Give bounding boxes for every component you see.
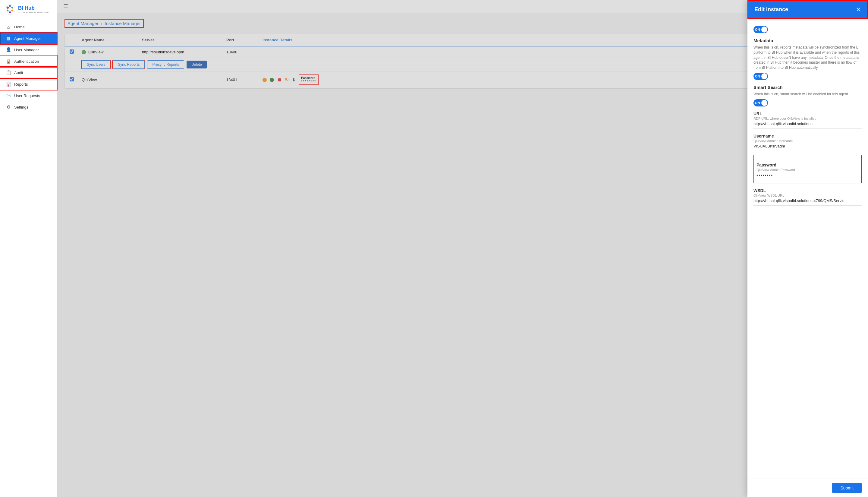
table-header: Agent Name Server Port Instance Details (65, 34, 860, 46)
metadata-section: Metadata When this is on, reports metada… (753, 38, 862, 80)
url-label: URL (753, 111, 862, 116)
url-value: http://vbi-sol-qlik.visualbi.solutions (753, 122, 862, 129)
edit-panel-header: Edit Instance ✕ (748, 0, 868, 19)
smart-search-section: Smart Search When this is on, smart sear… (753, 85, 862, 106)
sidebar-item-user-manager[interactable]: 👤 User Manager (0, 44, 57, 56)
wsdl-label: WSDL (753, 188, 862, 193)
top-bar: ☰ (57, 0, 868, 13)
logo-text: BI Hub YOUR BI SEARCH ENGINE (18, 5, 48, 14)
sidebar-item-home[interactable]: ⌂ Home (0, 22, 57, 32)
row1-checkbox[interactable] (70, 49, 74, 54)
agent-manager-icon: ▦ (6, 36, 11, 41)
username-label: Username (753, 133, 862, 139)
sidebar-item-reports[interactable]: 📊 Reports (0, 79, 57, 90)
table-row-2: QlikView 13401 ⏹ ↻ ⬇ Password ******** (65, 71, 860, 88)
password-section: Password QlikView Admin Password •••••••… (753, 155, 862, 183)
sync-reports-button[interactable]: Sync Reports (113, 60, 145, 69)
metadata-toggle[interactable]: ON (753, 73, 768, 80)
content-area: Agent Manager › Instance Manager Agent N… (57, 13, 868, 497)
presync-reports-button[interactable]: Presync Reports (147, 60, 184, 69)
url-field: URL RDP URL, where your QlikView is inst… (753, 111, 862, 129)
breadcrumb-parent[interactable]: Agent Manager (68, 21, 99, 26)
smart-search-toggle[interactable]: ON (753, 99, 768, 106)
sidebar: BI Hub YOUR BI SEARCH ENGINE ⌂ Home ▦ Ag… (0, 0, 57, 497)
top-toggle-wrap: ON (753, 26, 862, 33)
settings-icon: ⚙ (6, 104, 11, 110)
metadata-toggle-wrap: ON (753, 73, 862, 80)
status-darkgreen-dot (270, 78, 274, 82)
delete-button[interactable]: Delete (187, 61, 207, 69)
hamburger-icon[interactable]: ☰ (63, 3, 68, 10)
user-manager-icon: 👤 (6, 47, 11, 53)
smart-search-desc: When this is on, smart search will be en… (753, 92, 862, 97)
breadcrumb: Agent Manager › Instance Manager (64, 19, 144, 28)
logo: BI Hub YOUR BI SEARCH ENGINE (0, 0, 57, 19)
wsdl-sublabel: QlikView WSDL URL (753, 194, 862, 197)
user-requests-icon: 📨 (6, 93, 11, 98)
status-dot-green (82, 50, 86, 54)
metadata-title: Metadata (753, 38, 862, 43)
sidebar-item-user-requests[interactable]: 📨 User Requests (0, 90, 57, 101)
home-icon: ⌂ (6, 25, 11, 30)
instance-table: Agent Name Server Port Instance Details … (64, 34, 861, 89)
edit-panel-body: ON Metadata When this is on, reports met… (748, 19, 868, 479)
breadcrumb-child: Instance Manager (105, 21, 141, 26)
password-value: •••••••• (756, 173, 859, 180)
password-value-inline: ******** (301, 80, 316, 83)
refresh-icon[interactable]: ↻ (285, 77, 289, 83)
sidebar-item-authentication[interactable]: 🔒 Authentication (0, 56, 57, 67)
password-sublabel: QlikView Admin Password (756, 168, 859, 172)
edit-panel-title: Edit Instance (754, 6, 788, 13)
close-button[interactable]: ✕ (856, 6, 861, 13)
download-icon[interactable]: ⬇ (292, 77, 296, 83)
logo-icon (4, 4, 16, 15)
action-row: Sync Users Sync Reports Presync Reports … (65, 58, 860, 71)
sync-users-button[interactable]: Sync Users (82, 60, 110, 69)
row2-checkbox[interactable] (70, 77, 74, 82)
table-row: QlikView http://solutionsdevelopm... 134… (65, 46, 860, 58)
sidebar-nav: ⌂ Home ▦ Agent Manager 👤 User Manager 🔒 … (0, 19, 57, 497)
sidebar-item-agent-manager[interactable]: ▦ Agent Manager (0, 32, 57, 44)
submit-button[interactable]: Submit (832, 483, 862, 493)
url-sublabel: RDP URL, where your QlikView is installe… (753, 117, 862, 120)
authentication-icon: 🔒 (6, 58, 11, 64)
sidebar-item-settings[interactable]: ⚙ Settings (0, 101, 57, 113)
stop-icon[interactable]: ⏹ (277, 77, 282, 83)
sidebar-item-audit[interactable]: 📋 Audit (0, 67, 57, 79)
edit-panel: Edit Instance ✕ ON Metadata When this is… (748, 0, 868, 497)
top-toggle[interactable]: ON (753, 26, 768, 33)
username-value: VISUALBI\srvadm (753, 144, 862, 151)
wsdl-value: http://vbi-sol-qlik.visualbi.solutions:4… (753, 198, 862, 206)
metadata-desc: When this is on, reports metadata will b… (753, 45, 862, 70)
wsdl-field: WSDL QlikView WSDL URL http://vbi-sol-ql… (753, 188, 862, 206)
reports-icon: 📊 (6, 82, 11, 87)
username-field: Username QlikView Admin Username VISUALB… (753, 133, 862, 151)
smart-search-title: Smart Search (753, 85, 862, 90)
edit-panel-footer: Submit (748, 479, 868, 497)
username-sublabel: QlikView Admin Username (753, 139, 862, 143)
password-label-inline: Password (301, 76, 316, 80)
status-orange-dot (263, 78, 267, 82)
audit-icon: 📋 (6, 70, 11, 75)
password-label: Password (756, 162, 859, 167)
main-content: ☰ Agent Manager › Instance Manager Agent… (57, 0, 868, 497)
smart-search-toggle-wrap: ON (753, 99, 862, 106)
